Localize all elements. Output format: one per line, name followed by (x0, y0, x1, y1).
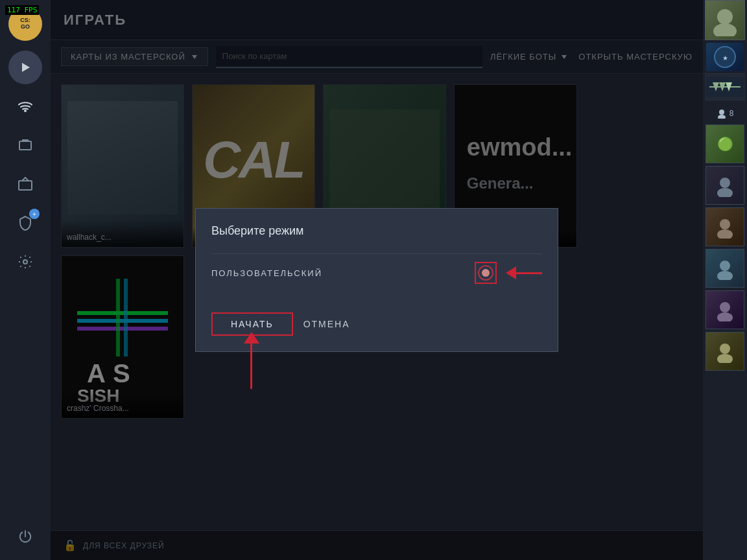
svg-point-26 (718, 115, 726, 119)
svg-point-31 (720, 261, 730, 271)
rank-strip (705, 74, 745, 100)
main-avatar[interactable] (705, 0, 745, 40)
left-sidebar: CS:GO + (0, 0, 51, 560)
svg-rect-3 (19, 181, 32, 190)
avatar-list: 🟢 (703, 123, 747, 372)
play-button[interactable] (8, 51, 42, 84)
friends-count-display: 8 (705, 100, 745, 123)
friend-avatar[interactable] (706, 207, 744, 246)
friend-avatar[interactable] (706, 249, 744, 288)
radio-container (475, 262, 542, 284)
inventory-icon[interactable] (8, 128, 42, 162)
svg-point-30 (717, 229, 733, 239)
mode-row: ПОЛЬЗОВАТЕЛЬСКИЙ (211, 253, 542, 292)
right-sidebar: ★ 8 🟢 (703, 0, 747, 560)
svg-text:★: ★ (722, 54, 728, 62)
friends-number: 8 (729, 109, 734, 118)
modal-overlay: Выберите режим ПОЛЬЗОВАТЕЛЬСКИЙ НАЧАТЬ О… (51, 0, 703, 560)
fps-counter: 117 FPS (5, 5, 39, 15)
svg-rect-2 (19, 141, 31, 150)
mode-radio-button[interactable] (478, 265, 493, 281)
notification-badge: + (29, 209, 40, 219)
tv-icon[interactable] (8, 167, 42, 201)
modal-title: Выберите режим (211, 224, 542, 238)
svg-point-32 (717, 271, 733, 280)
svg-point-1 (25, 110, 26, 111)
settings-icon[interactable] (8, 245, 42, 279)
svg-point-17 (713, 23, 737, 36)
svg-point-34 (717, 312, 733, 321)
svg-point-28 (717, 188, 733, 197)
svg-point-33 (720, 302, 730, 312)
start-arrow-annotation (250, 344, 252, 389)
friend-avatar[interactable] (706, 166, 744, 205)
cancel-button[interactable]: ОТМЕНА (303, 319, 350, 329)
mode-label: ПОЛЬЗОВАТЕЛЬСКИЙ (211, 268, 322, 278)
svg-point-25 (719, 110, 724, 115)
wifi-icon[interactable] (8, 89, 42, 123)
friend-avatar[interactable]: 🟢 (706, 124, 744, 163)
svg-point-35 (720, 344, 730, 354)
modal-buttons: НАЧАТЬ ОТМЕНА (211, 312, 542, 336)
friend-avatar[interactable] (706, 290, 744, 329)
svg-point-27 (720, 178, 730, 188)
mode-select-modal: Выберите режим ПОЛЬЗОВАТЕЛЬСКИЙ НАЧАТЬ О… (195, 208, 558, 352)
svg-point-16 (717, 9, 733, 25)
svg-marker-0 (22, 63, 30, 72)
arrow-left (506, 266, 542, 279)
friend-avatar[interactable] (706, 332, 744, 371)
shield-icon[interactable]: + (8, 206, 42, 240)
svg-point-29 (720, 219, 730, 229)
radio-red-box (475, 262, 497, 284)
svg-point-36 (717, 354, 733, 363)
svg-point-4 (23, 260, 27, 264)
power-icon[interactable] (8, 520, 42, 554)
badge-strip: ★ (705, 40, 745, 74)
